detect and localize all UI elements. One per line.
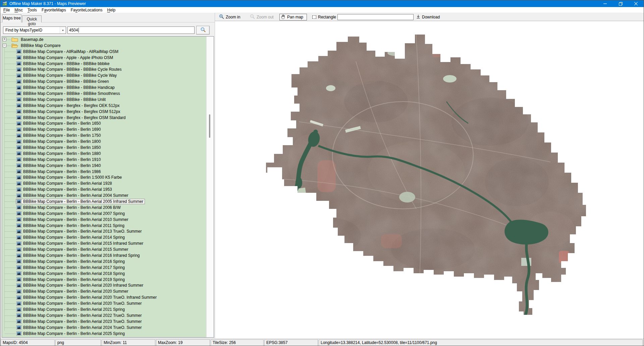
map-canvas[interactable]: [215, 21, 644, 339]
tree-item-label: BBBike Map Compare - Berlin - Berlin Aer…: [23, 277, 125, 282]
tree-item[interactable]: BBBike Map Compare - BBBike - BBBike Unl…: [2, 97, 206, 103]
chevron-down-icon[interactable]: ▼: [60, 27, 66, 34]
tree-connector: [5, 112, 16, 112]
collapse-icon[interactable]: −: [3, 44, 6, 47]
menu-bar: FileMiscToolsFavoriteMapsFavoriteLocatio…: [0, 7, 644, 13]
tree-item[interactable]: BBBike Map Compare - Bergfex - Bergfex O…: [2, 103, 206, 109]
tree-connector: [5, 166, 16, 166]
tree-item[interactable]: BBBike Map Compare - BBBike - BBBike Cyc…: [2, 66, 206, 72]
tree-item[interactable]: BBBike Map Compare - Berlin - Berlin Aer…: [2, 192, 206, 198]
tree-item[interactable]: BBBike Map Compare - Berlin - Berlin 185…: [2, 145, 206, 151]
tree-item[interactable]: BBBike Map Compare - Berlin - Berlin Aer…: [2, 319, 206, 325]
tree-item[interactable]: BBBike Map Compare - Berlin - Berlin Aer…: [2, 229, 206, 235]
minimize-button[interactable]: [597, 0, 613, 7]
tree-item[interactable]: BBBike Map Compare - BBBike - BBBike Smo…: [2, 91, 206, 97]
search-button[interactable]: [196, 26, 210, 35]
tree-folder[interactable]: −BBBike Map Compare: [2, 43, 206, 49]
rectangle-button[interactable]: Rectangle: [311, 14, 337, 20]
tree-item[interactable]: BBBike Map Compare - Berlin - Berlin Aer…: [2, 325, 206, 331]
tree-item[interactable]: BBBike Map Compare - Berlin - Berlin Aer…: [2, 306, 206, 312]
tree-item[interactable]: BBBike Map Compare - Berlin - Berlin Aer…: [2, 283, 206, 289]
map-toolbar-input[interactable]: [337, 14, 414, 20]
find-by-dropdown[interactable]: Find by MapsTypeID ▼: [3, 26, 66, 34]
tree-item[interactable]: BBBike Map Compare - Berlin - Berlin Aer…: [2, 180, 206, 186]
menu-tools[interactable]: Tools: [25, 7, 39, 13]
tree-item-label: BBBike Map Compare - Berlin - Berlin Aer…: [23, 325, 142, 330]
tree-folder-label: Basemap.de: [21, 37, 43, 42]
status-bar: MapsID: 4504pngMinZoom: 11MaxZoom: 19Til…: [0, 338, 644, 346]
tree-item[interactable]: BBBike Map Compare - BBBike - BBBike bbb…: [2, 61, 206, 67]
scrollbar-thumb[interactable]: [209, 114, 210, 138]
tree-item[interactable]: BBBike Map Compare - Berlin - Berlin Aer…: [2, 252, 206, 258]
tree-item[interactable]: BBBike Map Compare - Apple - Apple iPhot…: [2, 55, 206, 61]
tree-item[interactable]: BBBike Map Compare - BBBike - BBBike Han…: [2, 84, 206, 91]
tree-item[interactable]: BBBike Map Compare - Berlin - Berlin 194…: [2, 163, 206, 169]
expand-icon[interactable]: +: [3, 38, 6, 41]
mapstypeid-search-input[interactable]: 4504: [67, 26, 195, 34]
map-thumbnail-icon: [16, 151, 21, 156]
zoom-in-button[interactable]: Zoom in: [218, 14, 241, 20]
tree-item[interactable]: BBBike Map Compare - Berlin - Berlin Aer…: [2, 331, 206, 337]
tree-item[interactable]: BBBike Map Compare - BBBike - BBBike Cyc…: [2, 72, 206, 78]
tree-item[interactable]: BBBike Map Compare - Berlin - Berlin Aer…: [2, 186, 206, 192]
tree-item[interactable]: BBBike Map Compare - Berlin - Berlin 1:5…: [2, 174, 206, 180]
tree-item[interactable]: BBBike Map Compare - AllRailMap - AllRai…: [2, 49, 206, 55]
menu-favoritelocations[interactable]: FavoriteLocations: [68, 7, 105, 13]
tab-quick-goto[interactable]: Quick goto: [22, 15, 42, 22]
tree-item[interactable]: BBBike Map Compare - Berlin - Berlin 188…: [2, 151, 206, 157]
tree-item[interactable]: BBBike Map Compare - Berlin - Berlin Aer…: [2, 198, 206, 205]
tree-item[interactable]: BBBike Map Compare - BBBike - BBBike Gre…: [2, 78, 206, 84]
tree-item[interactable]: BBBike Map Compare - Berlin - Berlin 169…: [2, 126, 206, 132]
tree-vertical-scrollbar[interactable]: [206, 37, 214, 337]
tree-item[interactable]: BBBike Map Compare - Berlin - Berlin 180…: [2, 138, 206, 145]
map-thumbnail-icon: [16, 241, 21, 246]
tree-connector: [5, 177, 16, 178]
pan-map-button[interactable]: Pan map: [279, 14, 307, 20]
menu-misc[interactable]: Misc: [12, 7, 25, 13]
tree-connector: [5, 160, 16, 160]
tree-item-label: BBBike Map Compare - Berlin - Berlin 191…: [23, 157, 101, 162]
tree-connector: [5, 64, 16, 64]
zoom-out-button[interactable]: Zoom out: [249, 14, 275, 20]
map-thumbnail-icon: [16, 277, 21, 282]
tree-item[interactable]: BBBike Map Compare - Bergfex - Bergfex O…: [2, 115, 206, 121]
tree-item[interactable]: BBBike Map Compare - Berlin - Berlin Aer…: [2, 271, 206, 277]
tree-connector: [5, 183, 16, 184]
tree-item[interactable]: BBBike Map Compare - Berlin - Berlin Aer…: [2, 240, 206, 246]
map-thumbnail-icon: [16, 175, 21, 180]
map-thumbnail-icon: [16, 157, 21, 162]
tree-item[interactable]: BBBike Map Compare - Berlin - Berlin Aer…: [2, 205, 206, 211]
tree-item[interactable]: BBBike Map Compare - Berlin - Berlin Aer…: [2, 211, 206, 217]
map-thumbnail-icon: [16, 187, 21, 192]
tree-item[interactable]: BBBike Map Compare - Berlin - Berlin Aer…: [2, 217, 206, 223]
tree-item[interactable]: BBBike Map Compare - Bergfex - Bergfex O…: [2, 109, 206, 115]
tree-item[interactable]: BBBike Map Compare - Berlin - Berlin Aer…: [2, 246, 206, 252]
tree-item[interactable]: BBBike Map Compare - Berlin - Berlin Aer…: [2, 288, 206, 294]
search-row: Find by MapsTypeID ▼ 4504: [0, 25, 215, 36]
tree-folder[interactable]: +Basemap.de: [2, 37, 206, 43]
menu-help[interactable]: Help: [105, 7, 118, 13]
tree-item[interactable]: BBBike Map Compare - Berlin - Berlin 198…: [2, 169, 206, 175]
tree-connector: [5, 58, 16, 58]
tree-item[interactable]: BBBike Map Compare - Berlin - Berlin 175…: [2, 132, 206, 138]
tree-item[interactable]: BBBike Map Compare - Berlin - Berlin Aer…: [2, 223, 206, 229]
tree-item[interactable]: BBBike Map Compare - Berlin - Berlin Aer…: [2, 312, 206, 319]
menu-file[interactable]: File: [1, 7, 12, 13]
tree-item[interactable]: BBBike Map Compare - Berlin - Berlin 165…: [2, 120, 206, 126]
tree-item[interactable]: BBBike Map Compare - Berlin - Berlin Aer…: [2, 294, 206, 300]
tree-item[interactable]: BBBike Map Compare - Berlin - Berlin Aer…: [2, 234, 206, 240]
tree-item[interactable]: BBBike Map Compare - Berlin - Berlin Aer…: [2, 265, 206, 271]
tree-item-label: BBBike Map Compare - BBBike - BBBike Cyc…: [23, 73, 117, 78]
close-button[interactable]: [628, 0, 644, 7]
tree-item[interactable]: BBBike Map Compare - Berlin - Berlin Aer…: [2, 277, 206, 283]
tree-item[interactable]: BBBike Map Compare - Berlin - Berlin Aer…: [2, 258, 206, 265]
tree-item[interactable]: BBBike Map Compare - Berlin - Berlin 191…: [2, 157, 206, 163]
tree-item-label: BBBike Map Compare - Bergfex - Bergfex O…: [23, 115, 125, 120]
map-thumbnail-icon: [16, 61, 21, 66]
download-button[interactable]: Download: [415, 14, 441, 20]
tab-maps-tree[interactable]: Maps tree: [2, 14, 21, 22]
menu-favoritemaps[interactable]: FavoriteMaps: [39, 7, 68, 13]
restore-button[interactable]: [613, 0, 628, 7]
tree-item-label: BBBike Map Compare - Berlin - Berlin Aer…: [23, 319, 142, 324]
tree-item[interactable]: BBBike Map Compare - Berlin - Berlin Aer…: [2, 300, 206, 306]
